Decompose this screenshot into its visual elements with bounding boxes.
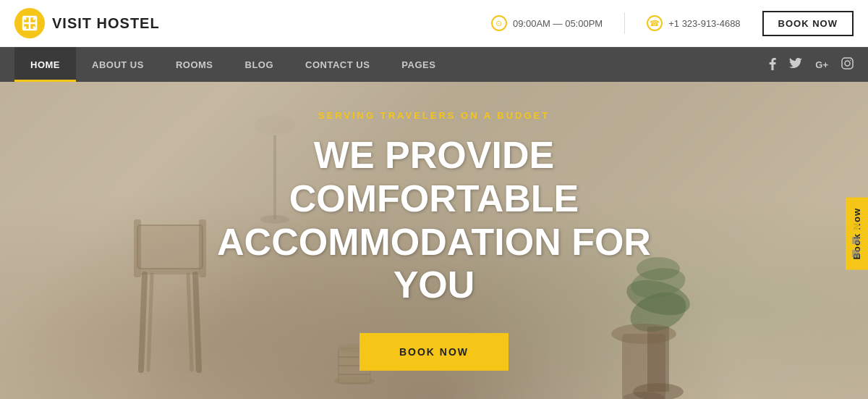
main-nav: HOME ABOUT US ROOMS BLOG CONTACT US PAGE… xyxy=(0,47,868,82)
hero-title: WE PROVIDE COMFORTABLE ACCOMMODATION FOR… xyxy=(181,134,687,307)
svg-rect-7 xyxy=(842,58,853,69)
header-book-now-button[interactable]: BOOK NOW xyxy=(762,11,854,36)
nav-item-home[interactable]: HOME xyxy=(14,47,76,82)
clock-icon: ⊙ xyxy=(491,15,507,31)
hero-title-line1: WE PROVIDE COMFORTABLE xyxy=(289,134,579,219)
hero-section: SERVING TRAVELERS ON A BUDGET WE PROVIDE… xyxy=(0,82,868,399)
phone-text: +1 323-913-4688 xyxy=(668,18,740,29)
site-header: VISIT HOSTEL ⊙ 09:00AM — 05:00PM ☎ +1 32… xyxy=(0,0,868,47)
svg-point-8 xyxy=(845,61,850,66)
hero-content: SERVING TRAVELERS ON A BUDGET WE PROVIDE… xyxy=(181,110,687,371)
logo-icon xyxy=(14,8,45,38)
business-hours: ⊙ 09:00AM — 05:00PM xyxy=(491,15,603,31)
slider-dot-1[interactable] xyxy=(852,224,859,231)
hours-text: 09:00AM — 05:00PM xyxy=(513,18,603,29)
phone-icon: ☎ xyxy=(647,15,663,31)
header-right: ⊙ 09:00AM — 05:00PM ☎ +1 323-913-4688 BO… xyxy=(491,11,854,36)
svg-point-9 xyxy=(850,59,851,61)
svg-line-14 xyxy=(148,274,152,370)
svg-line-12 xyxy=(141,274,145,370)
slider-dots xyxy=(852,224,859,257)
nav-item-rooms[interactable]: ROOMS xyxy=(160,47,229,82)
logo-text: VISIT HOSTEL xyxy=(52,15,160,32)
hero-book-now-button[interactable]: BOOK NOW xyxy=(359,333,509,371)
googleplus-icon[interactable]: G+ xyxy=(815,59,828,70)
nav-item-about[interactable]: ABOUT US xyxy=(76,47,160,82)
social-links: G+ xyxy=(769,57,854,72)
svg-rect-16 xyxy=(134,219,141,277)
header-divider xyxy=(624,12,625,34)
logo-area[interactable]: VISIT HOSTEL xyxy=(14,8,160,38)
phone-info: ☎ +1 323-913-4688 xyxy=(647,15,740,31)
twitter-icon[interactable] xyxy=(789,58,802,71)
slider-dot-3[interactable] xyxy=(852,250,859,257)
nav-item-pages[interactable]: PAGES xyxy=(386,47,451,82)
slider-dot-2[interactable] xyxy=(852,237,859,244)
hero-title-line2: ACCOMMODATION FOR YOU xyxy=(217,221,651,306)
hero-subtitle: SERVING TRAVELERS ON A BUDGET xyxy=(181,110,687,121)
instagram-icon[interactable] xyxy=(841,57,854,72)
facebook-icon[interactable] xyxy=(769,57,776,72)
nav-item-contact[interactable]: CONTACT US xyxy=(289,47,386,82)
nav-links: HOME ABOUT US ROOMS BLOG CONTACT US PAGE… xyxy=(14,47,451,82)
nav-item-blog[interactable]: BLOG xyxy=(229,47,290,82)
